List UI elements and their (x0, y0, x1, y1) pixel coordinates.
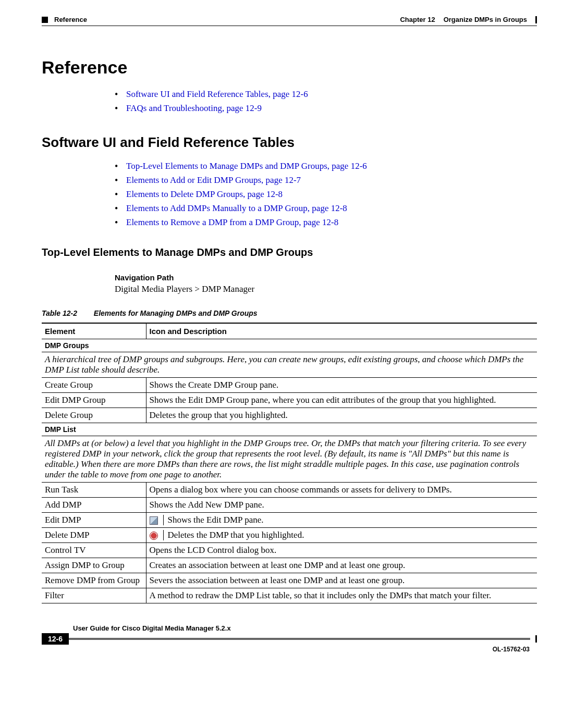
table-section-name: DMP Groups (42, 339, 537, 352)
table-row: Add DMPShows the Add New DMP pane. (42, 498, 537, 513)
reference-table: Element Icon and Description DMP GroupsA… (42, 323, 537, 603)
link-item[interactable]: Elements to Add or Edit DMP Groups, page… (115, 175, 537, 186)
col-header-element: Element (42, 323, 146, 339)
table-row: Run TaskOpens a dialog box where you can… (42, 483, 537, 498)
link-item[interactable]: Top-Level Elements to Manage DMPs and DM… (115, 161, 537, 171)
delete-icon (150, 532, 158, 540)
table-row: Edit DMPShows the Edit DMP pane. (42, 513, 537, 528)
section-heading: Software UI and Field Reference Tables (42, 134, 537, 151)
header-rule (42, 26, 537, 26)
element-description: Shows the Create DMP Group pane. (146, 378, 537, 393)
table-row: Edit DMP GroupShows the Edit DMP Group p… (42, 393, 537, 408)
page-footer: User Guide for Cisco Digital Media Manag… (42, 624, 537, 653)
table-caption-text: Elements for Managing DMPs and DMP Group… (94, 309, 258, 317)
link-item[interactable]: Elements to Add DMPs Manually to a DMP G… (115, 203, 537, 214)
header-square-icon (42, 17, 48, 23)
table-row: Delete GroupDeletes the group that you h… (42, 408, 537, 423)
nav-path-value: Digital Media Players > DMP Manager (115, 284, 537, 294)
col-header-description: Icon and Description (146, 323, 537, 339)
element-description: Shows the Add New DMP pane. (146, 498, 537, 513)
element-description: Opens a dialog box where you can choose … (146, 483, 537, 498)
element-description: Deletes the group that you highlighted. (146, 408, 537, 423)
element-description: Shows the Edit DMP Group pane, where you… (146, 393, 537, 408)
header-chapter-num: Chapter 12 (400, 16, 435, 23)
footer-divider-icon (535, 635, 537, 643)
element-name: Remove DMP from Group (42, 573, 146, 588)
element-description: Opens the LCD Control dialog box. (146, 543, 537, 558)
element-name: Delete DMP (42, 528, 146, 543)
link-item[interactable]: Software UI and Field Reference Tables, … (115, 89, 537, 100)
links-reference: Software UI and Field Reference Tables, … (115, 89, 537, 114)
page-title: Reference (42, 57, 537, 78)
table-row: Control TVOpens the LCD Control dialog b… (42, 543, 537, 558)
element-description: Shows the Edit DMP pane. (146, 513, 537, 528)
footer-page-number: 12-6 (42, 633, 69, 645)
link-item[interactable]: Elements to Delete DMP Groups, page 12-8 (115, 189, 537, 200)
table-row: FilterA method to redraw the DMP List ta… (42, 588, 537, 603)
element-description: Severs the association between at least … (146, 573, 537, 588)
element-name: Delete Group (42, 408, 146, 423)
footer-guide-title: User Guide for Cisco Digital Media Manag… (73, 624, 537, 632)
element-description: Creates an association between at least … (146, 558, 537, 573)
link-item[interactable]: Elements to Remove a DMP from a DMP Grou… (115, 217, 537, 228)
header-chapter-title: Organize DMPs in Groups (444, 16, 527, 23)
subsection-heading: Top-Level Elements to Manage DMPs and DM… (42, 246, 537, 258)
element-name: Filter (42, 588, 146, 603)
element-name: Edit DMP Group (42, 393, 146, 408)
table-row: Create GroupShows the Create DMP Group p… (42, 378, 537, 393)
nav-path-label: Navigation Path (115, 273, 537, 282)
element-description: A method to redraw the DMP List table, s… (146, 588, 537, 603)
element-name: Run Task (42, 483, 146, 498)
element-name: Create Group (42, 378, 146, 393)
element-name: Edit DMP (42, 513, 146, 528)
description-text: Shows the Edit DMP pane. (163, 515, 534, 525)
element-name: Control TV (42, 543, 146, 558)
header-divider-icon (535, 16, 537, 23)
element-description: Deletes the DMP that you highlighted. (146, 528, 537, 543)
table-row: Remove DMP from GroupSevers the associat… (42, 573, 537, 588)
page-header: Reference Chapter 12 Organize DMPs in Gr… (42, 16, 537, 23)
table-section-desc: All DMPs at (or below) a level that you … (42, 436, 537, 483)
table-section-desc: A hierarchical tree of DMP groups and su… (42, 352, 537, 378)
element-name: Add DMP (42, 498, 146, 513)
element-name: Assign DMP to Group (42, 558, 146, 573)
table-number: Table 12-2 (42, 309, 77, 317)
footer-bar-icon (69, 638, 530, 640)
table-row: Assign DMP to GroupCreates an associatio… (42, 558, 537, 573)
table-section-name: DMP List (42, 423, 537, 436)
table-caption: Table 12-2 Elements for Managing DMPs an… (42, 309, 537, 317)
header-section-label: Reference (54, 16, 87, 23)
footer-doc-code: OL-15762-03 (42, 646, 530, 653)
links-subsection: Top-Level Elements to Manage DMPs and DM… (115, 161, 537, 228)
table-row: Delete DMPDeletes the DMP that you highl… (42, 528, 537, 543)
description-text: Deletes the DMP that you highlighted. (163, 530, 534, 540)
link-item[interactable]: FAQs and Troubleshooting, page 12-9 (115, 103, 537, 114)
edit-icon (150, 516, 158, 525)
